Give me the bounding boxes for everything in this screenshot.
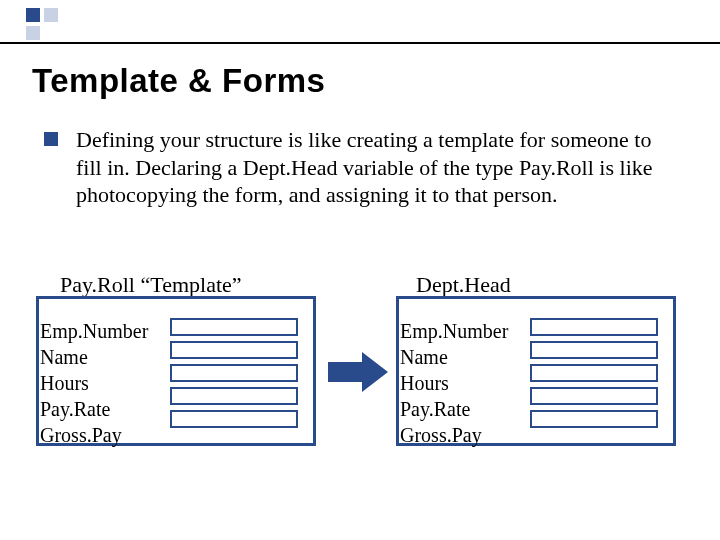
blank-box <box>170 318 298 336</box>
field-label: Pay.Rate <box>40 396 148 422</box>
field-label: Hours <box>400 370 508 396</box>
field-label: Pay.Rate <box>400 396 508 422</box>
slide-title: Template & Forms <box>32 62 325 100</box>
square-icon <box>26 26 40 40</box>
arrow-icon <box>328 352 388 392</box>
square-icon <box>44 8 58 22</box>
bullet-text: Defining your structure is like creating… <box>76 126 674 209</box>
field-label: Name <box>400 344 508 370</box>
field-label: Gross.Pay <box>40 422 148 448</box>
blank-box <box>530 387 658 405</box>
blank-box <box>530 318 658 336</box>
divider <box>0 42 720 44</box>
field-label: Emp.Number <box>400 318 508 344</box>
blank-box <box>170 341 298 359</box>
blank-box <box>170 364 298 382</box>
field-label: Name <box>40 344 148 370</box>
field-label: Emp.Number <box>40 318 148 344</box>
form-title-left: Pay.Roll “Template” <box>60 272 242 298</box>
field-blanks-right <box>530 318 658 433</box>
arrow-head <box>362 352 388 392</box>
field-labels-right: Emp.Number Name Hours Pay.Rate Gross.Pay <box>400 318 508 448</box>
blank-box <box>170 387 298 405</box>
blank-box <box>530 364 658 382</box>
bullet-item: Defining your structure is like creating… <box>44 126 674 209</box>
slide: Template & Forms Defining your structure… <box>0 0 720 540</box>
field-label: Hours <box>40 370 148 396</box>
blank-box <box>530 410 658 428</box>
arrow-body <box>328 362 362 382</box>
field-blanks-left <box>170 318 298 433</box>
square-icon <box>26 8 40 22</box>
bullet-icon <box>44 132 58 146</box>
blank-box <box>170 410 298 428</box>
form-title-right: Dept.Head <box>416 272 511 298</box>
field-labels-left: Emp.Number Name Hours Pay.Rate Gross.Pay <box>40 318 148 448</box>
blank-box <box>530 341 658 359</box>
field-label: Gross.Pay <box>400 422 508 448</box>
